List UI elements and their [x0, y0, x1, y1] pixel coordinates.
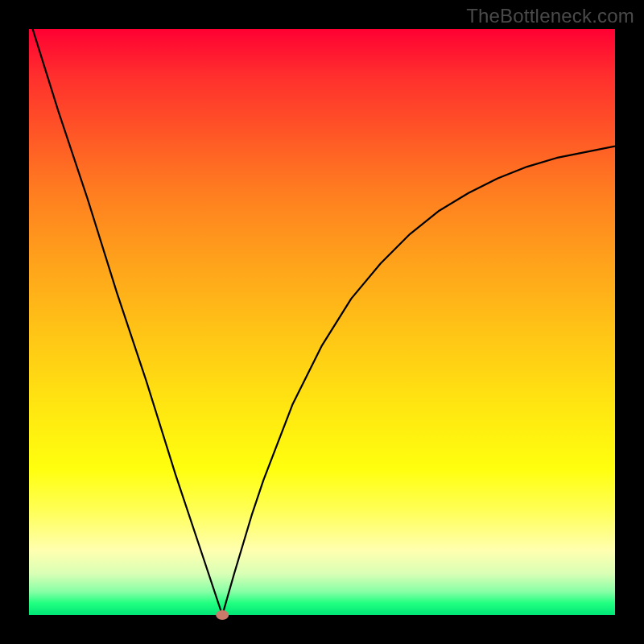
watermark-text: TheBottleneck.com	[466, 5, 634, 27]
chart-svg	[29, 29, 615, 615]
chart-frame: TheBottleneck.com	[0, 0, 644, 644]
plot-area	[29, 29, 615, 615]
bottleneck-curve	[29, 17, 615, 615]
min-marker	[216, 610, 229, 620]
